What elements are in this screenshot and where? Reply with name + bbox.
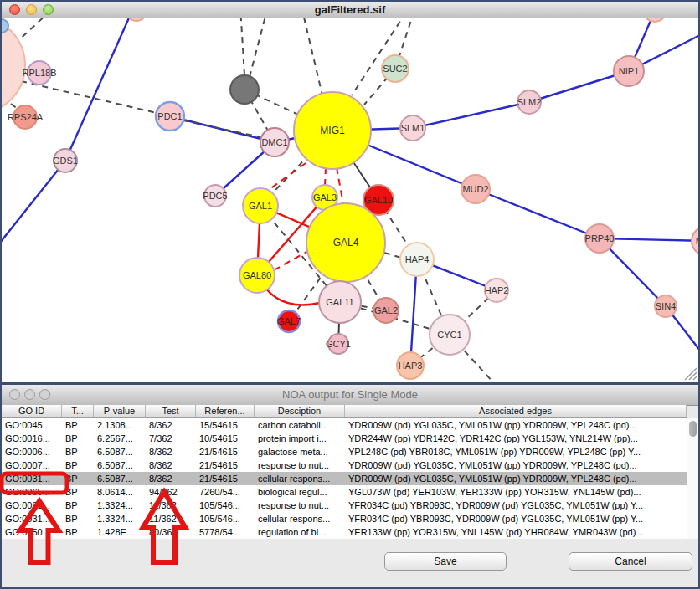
zoom-button[interactable] — [39, 389, 50, 400]
node-label: HAP3 — [399, 361, 423, 371]
zoom-button[interactable] — [43, 4, 54, 15]
scrollbar-thumb[interactable] — [689, 421, 697, 437]
cell-pvalue: 1.3324... — [94, 499, 146, 512]
node-label: GDS1 — [53, 156, 78, 166]
cell-type: BP — [62, 445, 94, 458]
cell-reference: 105/546... — [196, 512, 255, 525]
column-header-goid[interactable]: GO ID — [2, 405, 62, 417]
cell-description: biological regul... — [255, 485, 345, 499]
network-edge[interactable] — [325, 167, 326, 186]
node-label: SIN4 — [656, 301, 676, 311]
node-label: PDC5 — [203, 191, 227, 201]
resize-grip[interactable] — [689, 372, 697, 380]
node-label: HAP2 — [485, 285, 509, 295]
network-titlebar[interactable]: galFiltered.sif — [2, 2, 698, 19]
cell-type: BP — [62, 499, 94, 512]
network-edge[interactable] — [274, 251, 308, 270]
cell-description: response to nut... — [255, 458, 345, 472]
cell-type: BP — [62, 525, 94, 539]
cell-edges: YFR034C (pd) YBR093C, YDR009W (pd) YGL03… — [345, 499, 687, 512]
resize-grip[interactable] — [693, 376, 697, 380]
cell-edges: YER133W (pp) YOR315W, YNL145W (pd) YHR08… — [345, 525, 687, 539]
table-row[interactable]: GO:0016...BP6.2567...7/36210/54615protei… — [2, 432, 687, 445]
cell-edges: YDR244W (pp) YDR142C, YDR142C (pp) YGL15… — [345, 432, 687, 445]
node-label: MSN — [696, 236, 698, 246]
network-edge[interactable] — [250, 18, 268, 77]
cell-test: 80/362 — [146, 525, 196, 539]
cell-description: protein import i... — [255, 432, 345, 445]
cell-type: BP — [62, 418, 94, 432]
network-edge[interactable] — [65, 18, 134, 161]
network-edge[interactable] — [301, 18, 323, 99]
node-label: SLM1 — [401, 123, 425, 133]
network-edge[interactable] — [413, 102, 529, 128]
network-canvas[interactable]: RPL18BRPS24AGDS1PDC1MIG1SUC2SLM1SLM2NIP1… — [2, 18, 698, 382]
cell-test: 8/362 — [146, 418, 196, 432]
vertical-scrollbar[interactable] — [687, 418, 698, 539]
minimize-button[interactable] — [26, 4, 37, 15]
network-edge[interactable] — [476, 189, 600, 238]
network-node[interactable] — [643, 18, 667, 22]
table-row[interactable]: GO:0007...BP6.5087...8/36221/54615respon… — [2, 458, 687, 472]
cell-pvalue: 6.5087... — [94, 472, 146, 485]
node-label: MIG1 — [320, 125, 345, 136]
column-header-test[interactable]: Test — [146, 405, 196, 417]
table-row[interactable]: GO:0031...BP6.5087...8/36221/54615cellul… — [2, 472, 687, 485]
network-node[interactable] — [230, 75, 259, 104]
cell-description: cellular respons... — [255, 512, 345, 525]
close-button[interactable] — [9, 4, 20, 15]
column-header-reference[interactable]: Referen... — [196, 405, 255, 417]
column-header-description[interactable]: Desciption — [255, 405, 345, 417]
table-row[interactable]: GO:0045...BP2.1308...8/36215/54615carbon… — [2, 418, 687, 432]
cell-pvalue: 6.2567... — [94, 432, 146, 445]
cell-pvalue: 1.3324... — [94, 512, 146, 525]
table-header: GO IDT...P-valueTestReferen...Desciption… — [2, 405, 687, 418]
close-button[interactable] — [9, 389, 20, 400]
node-label: GAL2 — [374, 305, 398, 315]
cell-type: BP — [62, 485, 94, 499]
cell-reference: 15/54615 — [196, 418, 255, 432]
cell-pvalue: 6.5087... — [94, 445, 146, 458]
cell-type: BP — [62, 512, 94, 525]
node-label: GAL10 — [364, 195, 393, 205]
network-node[interactable] — [2, 19, 8, 33]
cell-edges: YDR009W (pd) YGL035C, YML051W (pp) YDR00… — [345, 458, 687, 472]
cell-edges: YDR009W (pd) YGL035C, YML051W (pp) YDR00… — [345, 418, 687, 432]
save-button[interactable]: Save — [384, 552, 507, 571]
cell-edges: YFR034C (pd) YBR093C, YDR009W (pd) YGL03… — [345, 512, 687, 525]
cell-pvalue: 8.0614... — [94, 485, 146, 499]
network-edge[interactable] — [266, 163, 306, 192]
network-edge[interactable] — [384, 253, 401, 258]
node-label: PRP40 — [585, 233, 615, 243]
node-label: GAL3 — [313, 192, 337, 202]
column-header-type[interactable]: T... — [62, 405, 94, 417]
table-row[interactable]: GO:0065...BP8.0614...94/3627260/54...bio… — [2, 485, 687, 499]
node-label: RPL18B — [23, 68, 57, 78]
network-edge[interactable] — [240, 18, 244, 75]
table-row[interactable]: GO:0031...BP1.3324...11/362105/546...cel… — [2, 512, 687, 525]
cell-test: 11/362 — [146, 512, 196, 525]
column-header-pvalue[interactable]: P-value — [94, 405, 146, 417]
node-label: GAL11 — [326, 297, 353, 307]
node-label: GAL1 — [249, 201, 272, 211]
network-edge[interactable] — [2, 161, 65, 243]
minimize-button[interactable] — [24, 389, 35, 400]
node-label: NIP1 — [619, 66, 639, 76]
cell-test: 8/362 — [146, 458, 196, 472]
cell-type: BP — [62, 472, 94, 485]
table-row[interactable]: GO:0031...BP1.3324...11/362105/546...res… — [2, 499, 687, 512]
cell-description: regulation of bi... — [255, 525, 345, 539]
table-row[interactable]: GO:0050...BP1.428E...80/3625778/54...reg… — [2, 525, 687, 539]
cell-test: 11/362 — [146, 499, 196, 512]
column-header-edges[interactable]: Associated edges — [345, 405, 687, 417]
noa-titlebar[interactable]: NOA output for Single Mode — [2, 385, 698, 406]
node-label: MUD2 — [462, 184, 488, 194]
network-node[interactable] — [2, 18, 25, 114]
node-label: PDC1 — [157, 111, 182, 121]
cancel-button[interactable]: Cancel — [569, 552, 692, 571]
network-node[interactable] — [126, 18, 147, 21]
network-edge[interactable] — [15, 18, 59, 44]
node-label: DMC1 — [261, 137, 287, 147]
table-row[interactable]: GO:0006...BP6.5087...8/36221/54615galact… — [2, 445, 687, 458]
cell-goid: GO:0031... — [2, 512, 62, 525]
